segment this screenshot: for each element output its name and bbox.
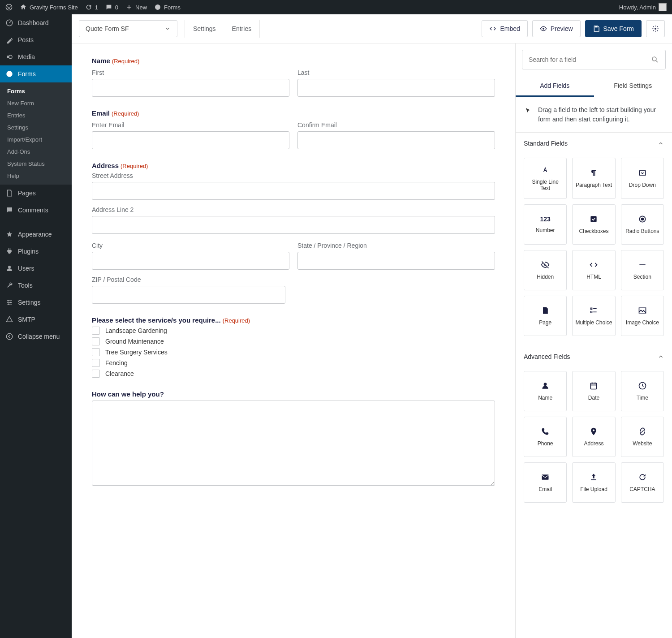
svg-rect-18: [639, 171, 645, 175]
submenu-help[interactable]: Help: [0, 170, 72, 182]
section-standard-fields[interactable]: Standard Fields: [516, 133, 672, 154]
field-card-dropdown[interactable]: Drop Down: [621, 158, 664, 199]
checkbox-service-1[interactable]: Ground Maintenance: [92, 337, 495, 345]
menu-settings[interactable]: Settings: [0, 294, 72, 311]
menu-appearance[interactable]: Appearance: [0, 226, 72, 243]
checkbox-icon: [92, 337, 100, 345]
tab-add-fields[interactable]: Add Fields: [516, 76, 594, 97]
menu-pages[interactable]: Pages: [0, 185, 72, 202]
checkbox-service-2[interactable]: Tree Surgery Services: [92, 348, 495, 356]
save-icon: [593, 25, 600, 32]
input-zip[interactable]: [92, 286, 285, 304]
field-address[interactable]: Address(Required) Street Address Address…: [92, 162, 495, 304]
field-search-box[interactable]: [522, 50, 666, 69]
submenu-entries[interactable]: Entries: [0, 109, 72, 121]
menu-plugins[interactable]: Plugins: [0, 243, 72, 260]
field-card-checkboxes[interactable]: Checkboxes: [572, 204, 615, 245]
input-street[interactable]: [92, 182, 495, 200]
input-first-name[interactable]: [92, 79, 289, 97]
field-services[interactable]: Please select the service/s you require.…: [92, 316, 495, 378]
menu-users[interactable]: Users: [0, 260, 72, 277]
field-card-date[interactable]: Date: [572, 371, 615, 411]
form-switcher[interactable]: Quote Form SF: [79, 20, 177, 37]
field-card-hidden[interactable]: Hidden: [524, 250, 567, 290]
input-line2[interactable]: [92, 216, 495, 234]
input-confirm-email[interactable]: [297, 131, 495, 149]
field-email[interactable]: Email(Required) Enter Email Confirm Emai…: [92, 109, 495, 149]
form-settings-button[interactable]: [646, 20, 665, 37]
field-card-name[interactable]: Name: [524, 371, 567, 411]
checkbox-service-0[interactable]: Landscape Gardening: [92, 327, 495, 335]
site-name: Gravity Forms Site: [30, 4, 78, 11]
embed-button[interactable]: Embed: [482, 20, 527, 37]
checkbox-service-4[interactable]: Clearance: [92, 370, 495, 378]
toolbar-entries-link[interactable]: Entries: [224, 20, 260, 38]
forms-menu-label: Forms: [164, 4, 181, 11]
menu-dashboard[interactable]: Dashboard: [0, 14, 72, 31]
field-search-input[interactable]: [529, 56, 651, 63]
menu-posts[interactable]: Posts: [0, 31, 72, 48]
menu-smtp[interactable]: SMTP: [0, 311, 72, 328]
svg-point-1: [155, 4, 160, 10]
field-help[interactable]: How can we help you?: [92, 390, 495, 487]
site-link[interactable]: Gravity Forms Site: [20, 4, 78, 11]
comments-link[interactable]: 0: [105, 4, 118, 11]
field-card-image-choice[interactable]: Image Choice: [621, 296, 664, 336]
person-icon: [541, 381, 550, 390]
menu-media[interactable]: Media: [0, 48, 72, 65]
image-choice-icon: [638, 306, 647, 315]
field-card-html[interactable]: HTML: [572, 250, 615, 290]
menu-forms[interactable]: Forms: [0, 65, 72, 82]
multiple-choice-icon: [589, 306, 598, 315]
new-label: New: [135, 4, 147, 11]
input-last-name[interactable]: [297, 79, 495, 97]
submenu-new-form[interactable]: New Form: [0, 97, 72, 109]
sublabel-first: First: [92, 69, 289, 76]
input-city[interactable]: [92, 252, 289, 270]
field-card-captcha[interactable]: CAPTCHA: [621, 462, 664, 503]
required-indicator: (Required): [223, 317, 250, 324]
field-card-section[interactable]: Section: [621, 250, 664, 290]
menu-comments[interactable]: Comments: [0, 202, 72, 219]
field-card-fileupload[interactable]: File Upload: [572, 462, 615, 503]
gear-icon: [652, 25, 659, 32]
input-state[interactable]: [297, 252, 495, 270]
checkbox-service-3[interactable]: Fencing: [92, 359, 495, 367]
submenu-forms-list[interactable]: Forms: [0, 85, 72, 97]
field-name[interactable]: Name(Required) First Last: [92, 57, 495, 97]
forms-menu-link[interactable]: Forms: [154, 4, 181, 11]
submenu-import-export[interactable]: Import/Export: [0, 134, 72, 146]
menu-tools[interactable]: Tools: [0, 277, 72, 294]
wp-logo[interactable]: [5, 4, 13, 11]
menu-collapse[interactable]: Collapse menu: [0, 328, 72, 345]
submenu-addons[interactable]: Add-Ons: [0, 146, 72, 158]
tab-field-settings[interactable]: Field Settings: [594, 76, 672, 97]
field-card-number[interactable]: 123Number: [524, 204, 567, 245]
preview-button[interactable]: Preview: [532, 20, 581, 37]
sublabel-line2: Address Line 2: [92, 206, 495, 213]
submenu-settings[interactable]: Settings: [0, 121, 72, 134]
field-card-phone[interactable]: Phone: [524, 417, 567, 457]
field-card-paragraph[interactable]: Paragraph Text: [572, 158, 615, 199]
toolbar-settings-link[interactable]: Settings: [185, 20, 224, 38]
save-form-button[interactable]: Save Form: [585, 20, 642, 37]
input-help-message[interactable]: [92, 401, 495, 486]
field-card-multiple-choice[interactable]: Multiple Choice: [572, 296, 615, 336]
field-card-website[interactable]: Website: [621, 417, 664, 457]
cursor-icon: [525, 107, 532, 114]
updates-link[interactable]: 1: [85, 4, 98, 11]
section-advanced-fields[interactable]: Advanced Fields: [516, 346, 672, 367]
svg-point-6: [8, 266, 11, 268]
field-card-time[interactable]: Time: [621, 371, 664, 411]
field-card-radio[interactable]: Radio Buttons: [621, 204, 664, 245]
field-card-email[interactable]: Email: [524, 462, 567, 503]
submenu-system-status[interactable]: System Status: [0, 158, 72, 170]
checkbox-icon: [92, 370, 100, 378]
account-link[interactable]: Howdy, Admin: [619, 3, 667, 11]
field-card-single-line[interactable]: Single Line Text: [524, 158, 567, 199]
input-email[interactable]: [92, 131, 289, 149]
field-card-page[interactable]: Page: [524, 296, 567, 336]
section-icon: [638, 260, 647, 269]
field-card-address[interactable]: Address: [572, 417, 615, 457]
new-link[interactable]: New: [125, 4, 147, 11]
